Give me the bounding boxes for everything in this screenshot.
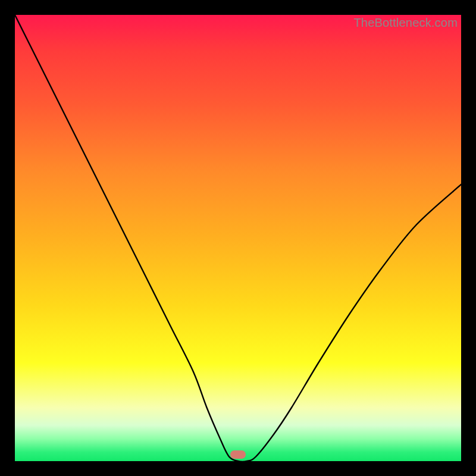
curve-path — [15, 15, 461, 461]
chart-plot-area: TheBottleneck.com — [15, 15, 461, 461]
bottleneck-curve — [15, 15, 461, 461]
optimum-marker — [230, 450, 246, 459]
